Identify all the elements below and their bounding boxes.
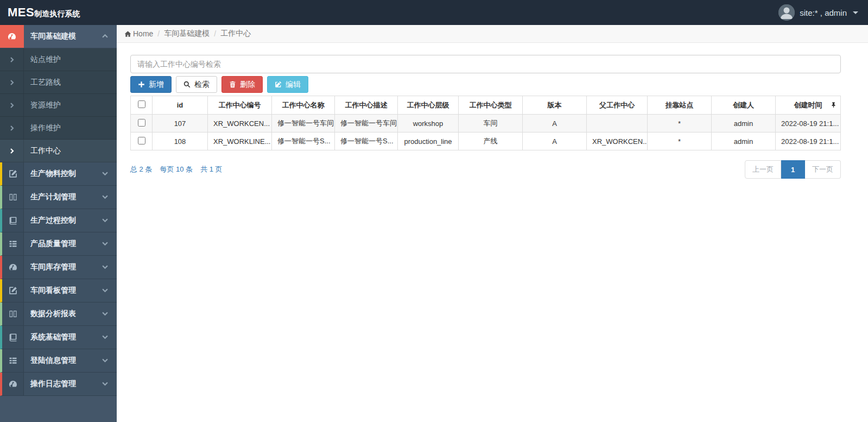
gauge-icon <box>2 373 24 395</box>
gauge-icon <box>2 256 24 279</box>
prev-page-button[interactable]: 上一页 <box>745 160 781 179</box>
sidebar-subitem-station-maintenance[interactable]: 站点维护 <box>0 48 117 71</box>
sidebar-item-quality-management[interactable]: 产品质量管理 <box>0 232 117 256</box>
sidebar-item-label: 登陆信息管理 <box>30 356 102 366</box>
row-select-checkbox[interactable] <box>138 119 145 127</box>
next-page-button[interactable]: 下一页 <box>805 160 841 179</box>
pin-icon[interactable] <box>831 101 837 109</box>
cell-name: 修一智能一号车间 <box>272 115 335 133</box>
edit-square-icon <box>2 279 24 302</box>
sidebar-item-label: 生产计划管理 <box>30 192 102 202</box>
delete-button-label: 删除 <box>240 80 255 90</box>
sidebar-item-operation-log-management[interactable]: 操作日志管理 <box>0 373 117 396</box>
list-icon <box>2 349 24 372</box>
caret-down-icon <box>853 11 858 14</box>
select-all-checkbox[interactable] <box>138 100 145 108</box>
chevron-down-icon <box>102 169 108 179</box>
row-checkbox-cell <box>131 133 153 150</box>
page-1-button[interactable]: 1 <box>781 160 805 179</box>
breadcrumb-current: 工作中心 <box>220 29 251 39</box>
cell-type: 产线 <box>459 133 523 150</box>
table-row[interactable]: 107 XR_WORKCEN... 修一智能一号车间 修一智能一号车间 work… <box>131 115 841 133</box>
search-input[interactable] <box>130 55 841 73</box>
chevron-right-icon <box>0 94 24 116</box>
sidebar-subitem-process-route[interactable]: 工艺路线 <box>0 71 117 94</box>
sidebar-item-label: 系统基础管理 <box>30 332 102 342</box>
subitem-label: 操作维护 <box>30 123 61 133</box>
sidebar-item-system-management[interactable]: 系统基础管理 <box>0 326 117 349</box>
sidebar-item-label: 产品质量管理 <box>30 239 102 249</box>
sidebar-item-workshop-modeling[interactable]: 车间基础建模 <box>0 25 117 48</box>
app-logo: MES制造执行系统 <box>8 5 80 20</box>
cell-parent <box>587 115 648 133</box>
summary-per-page: 每页 10 条 <box>160 165 193 174</box>
sidebar-item-inventory-management[interactable]: 车间库存管理 <box>0 256 117 279</box>
add-button-label: 新增 <box>149 80 164 90</box>
trash-icon <box>229 81 236 88</box>
pagination: 上一页 1 下一页 <box>745 160 841 179</box>
edit-button[interactable]: 编辑 <box>267 76 308 93</box>
search-button[interactable]: 检索 <box>176 76 217 93</box>
column-header-station[interactable]: 挂靠站点 <box>648 96 712 115</box>
cell-station: * <box>648 115 712 133</box>
cell-creator: admin <box>712 115 776 133</box>
plus-icon <box>138 81 145 88</box>
chevron-right-icon <box>0 140 24 162</box>
sidebar-filler <box>0 396 117 422</box>
chevron-down-icon <box>102 216 108 225</box>
breadcrumb-home[interactable]: Home <box>124 29 153 38</box>
cell-description: 修一智能一号S... <box>335 133 398 150</box>
edit-button-label: 编辑 <box>286 80 301 90</box>
breadcrumb-home-label: Home <box>133 29 153 38</box>
sidebar-item-data-analysis-reports[interactable]: 数据分析报表 <box>0 303 117 326</box>
add-button[interactable]: 新增 <box>130 76 172 93</box>
work-center-table: id 工作中心编号 工作中心名称 工作中心描述 工作中心层级 工作中心类型 版本… <box>130 96 841 150</box>
sidebar-item-label: 操作日志管理 <box>30 379 102 389</box>
subitem-label: 资源维护 <box>30 100 61 110</box>
cell-name: 修一智能一号S... <box>272 133 335 150</box>
chevron-down-icon <box>102 192 108 202</box>
cell-station: * <box>648 133 712 150</box>
sidebar-subitem-resource-maintenance[interactable]: 资源维护 <box>0 94 117 117</box>
chevron-down-icon <box>102 239 108 249</box>
cell-creator: admin <box>712 133 776 150</box>
cell-level: production_line <box>398 133 459 150</box>
breadcrumb-separator: / <box>214 29 216 38</box>
cell-version: A <box>523 133 587 150</box>
sidebar-item-label: 车间基础建模 <box>30 32 102 41</box>
sidebar-subitem-operation-maintenance[interactable]: 操作维护 <box>0 117 117 140</box>
search-icon <box>183 81 191 88</box>
column-header-description[interactable]: 工作中心描述 <box>335 96 398 115</box>
home-icon <box>124 30 131 37</box>
sidebar-item-kanban-management[interactable]: 车间看板管理 <box>0 279 117 303</box>
user-menu[interactable]: site:* , admin <box>778 4 858 21</box>
column-header-name[interactable]: 工作中心名称 <box>272 96 335 115</box>
row-checkbox-cell <box>131 115 153 133</box>
search-button-label: 检索 <box>194 80 210 90</box>
cell-parent: XR_WORKCEN... <box>587 133 648 150</box>
sidebar-item-production-planning[interactable]: 生产计划管理 <box>0 186 117 209</box>
column-header-type[interactable]: 工作中心类型 <box>459 96 523 115</box>
column-header-creator[interactable]: 创建人 <box>712 96 776 115</box>
cell-type: 车间 <box>459 115 523 133</box>
column-header-code[interactable]: 工作中心编号 <box>208 96 272 115</box>
chevron-right-icon <box>0 48 24 71</box>
column-header-created-time[interactable]: 创建时间 <box>776 96 841 115</box>
table-row[interactable]: 108 XR_WORKLINE... 修一智能一号S... 修一智能一号S...… <box>131 133 841 150</box>
subitem-label: 工艺路线 <box>30 78 61 87</box>
column-header-id[interactable]: id <box>153 96 208 115</box>
sidebar-item-material-control[interactable]: 生产物料控制 <box>0 162 117 186</box>
summary-pages: 共 1 页 <box>200 165 222 174</box>
sidebar-subitem-work-center[interactable]: 工作中心 <box>0 140 117 162</box>
column-header-level[interactable]: 工作中心层级 <box>398 96 459 115</box>
sidebar-item-process-control[interactable]: 生产过程控制 <box>0 209 117 232</box>
column-header-version[interactable]: 版本 <box>523 96 587 115</box>
sidebar-item-login-info-management[interactable]: 登陆信息管理 <box>0 349 117 373</box>
column-header-parent[interactable]: 父工作中心 <box>587 96 648 115</box>
avatar[interactable] <box>778 4 795 21</box>
subitem-label: 站点维护 <box>30 55 61 65</box>
row-select-checkbox[interactable] <box>138 137 145 144</box>
header-checkbox-cell <box>131 96 153 115</box>
list-footer: 总 2 条 每页 10 条 共 1 页 上一页 1 下一页 <box>130 160 841 179</box>
delete-button[interactable]: 删除 <box>221 76 263 93</box>
